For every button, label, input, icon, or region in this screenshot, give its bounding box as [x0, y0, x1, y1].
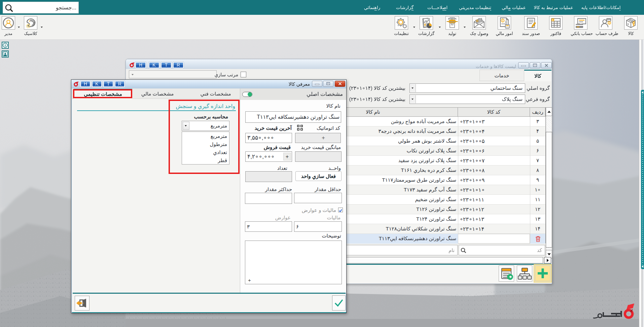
svg-text:$: $: [552, 19, 554, 22]
